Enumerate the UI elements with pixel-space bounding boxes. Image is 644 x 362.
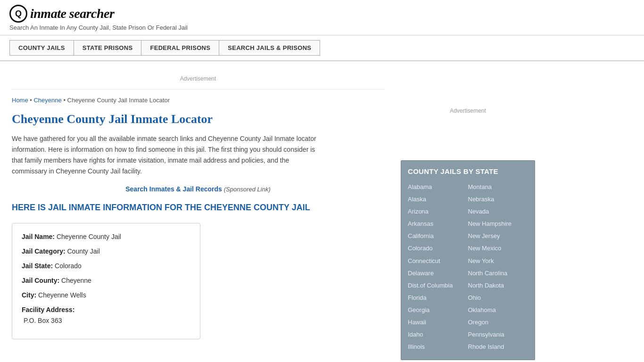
state-link-new-york[interactable]: New York xyxy=(468,255,528,267)
section-heading: HERE IS JAIL INMATE INFORMATION FOR THE … xyxy=(12,202,384,213)
state-col-left: AlabamaAlaskaArizonaArkansasCaliforniaCo… xyxy=(408,181,468,353)
jail-county-label: Jail County: xyxy=(22,277,59,284)
state-link-ohio[interactable]: Ohio xyxy=(468,292,528,304)
state-link-pennsylvania[interactable]: Pennsylvania xyxy=(468,329,528,341)
state-link-north-carolina[interactable]: North Carolina xyxy=(468,267,528,280)
state-col-right: MontanaNebraskaNevadaNew HampshireNew Je… xyxy=(468,181,528,353)
sidebar-ad: Advertisement xyxy=(401,68,535,153)
state-link-north-dakota[interactable]: North Dakota xyxy=(468,280,528,292)
state-link-florida[interactable]: Florida xyxy=(408,292,468,304)
state-link-california[interactable]: California xyxy=(408,230,468,242)
jail-county-row: Jail County: Cheyenne xyxy=(22,276,190,286)
logo-text: inmate searcher xyxy=(30,6,114,21)
state-link-hawaii[interactable]: Hawaii xyxy=(408,316,468,329)
state-link-georgia[interactable]: Georgia xyxy=(408,304,468,316)
jail-name-row: Jail Name: Cheyenne County Jail xyxy=(22,232,190,242)
jail-address-label: Facility Address: xyxy=(22,306,74,313)
jail-category-row: Jail Category: County Jail xyxy=(22,247,190,256)
site-header: Q inmate searcher Search An Inmate In An… xyxy=(0,0,644,35)
jail-category-value-text: County Jail xyxy=(67,247,99,255)
state-link-connecticut[interactable]: Connecticut xyxy=(408,255,468,267)
sponsored-link-area: Search Inmates & Jail Records (Sponsored… xyxy=(12,185,384,193)
state-link-alabama[interactable]: Alabama xyxy=(408,181,468,193)
breadcrumb-separator-2: • xyxy=(63,97,67,104)
state-link-montana[interactable]: Montana xyxy=(468,181,528,193)
jail-address-value: P.O. Box 363 xyxy=(22,316,190,326)
state-link-arizona[interactable]: Arizona xyxy=(408,206,468,218)
sponsored-link[interactable]: Search Inmates & Jail Records xyxy=(125,185,222,193)
state-link-dist.of-columbia[interactable]: Dist.of Columbia xyxy=(408,280,468,292)
state-link-new-jersey[interactable]: New Jersey xyxy=(468,230,528,242)
state-link-oklahoma[interactable]: Oklahoma xyxy=(468,304,528,316)
logo-icon: Q xyxy=(9,5,27,23)
sidebar: Advertisement COUNTY JAILS BY STATE Alab… xyxy=(396,61,542,362)
jail-city-row: City: Cheyenne Wells xyxy=(22,290,190,300)
state-link-nevada[interactable]: Nevada xyxy=(468,206,528,218)
main-content: Advertisement Home • Cheyenne • Cheyenne… xyxy=(0,61,644,362)
intro-text: We have gathered for you all the availab… xyxy=(12,133,318,177)
jail-name-value-text: Cheyenne County Jail xyxy=(57,233,121,240)
logo-area: Q inmate searcher xyxy=(9,5,635,23)
state-link-delaware[interactable]: Delaware xyxy=(408,267,468,280)
jail-state-value-text: Colorado xyxy=(55,262,82,270)
state-link-nebraska[interactable]: Nebraska xyxy=(468,193,528,206)
state-link-oregon[interactable]: Oregon xyxy=(468,316,528,329)
state-link-arkansas[interactable]: Arkansas xyxy=(408,218,468,230)
jail-category-label: Jail Category: xyxy=(22,247,66,255)
nav-federal-prisons[interactable]: FEDERAL PRISONS xyxy=(141,40,219,56)
content-area: Advertisement Home • Cheyenne • Cheyenne… xyxy=(0,61,396,362)
main-nav: COUNTY JAILS STATE PRISONS FEDERAL PRISO… xyxy=(0,35,644,61)
state-columns: AlabamaAlaskaArizonaArkansasCaliforniaCo… xyxy=(408,181,528,353)
jail-name-label: Jail Name: xyxy=(22,233,55,240)
sponsored-text: (Sponsored Link) xyxy=(224,186,271,193)
jail-state-row: Jail State: Colorado xyxy=(22,261,190,271)
state-link-new-mexico[interactable]: New Mexico xyxy=(468,242,528,255)
jail-state-label: Jail State: xyxy=(22,262,53,270)
state-link-rhode-island[interactable]: Rhode Island xyxy=(468,341,528,353)
state-box: COUNTY JAILS BY STATE AlabamaAlaskaArizo… xyxy=(401,160,535,360)
jail-city-value-text: Cheyenne Wells xyxy=(38,291,86,299)
jail-county-value-text: Cheyenne xyxy=(61,277,91,284)
jail-city-label: City: xyxy=(22,291,36,299)
breadcrumb-current: Cheyenne County Jail Inmate Locator xyxy=(67,97,170,104)
breadcrumb: Home • Cheyenne • Cheyenne County Jail I… xyxy=(12,97,384,104)
state-link-illinois[interactable]: Illinois xyxy=(408,341,468,353)
state-link-alaska[interactable]: Alaska xyxy=(408,193,468,206)
state-link-new-hampshire[interactable]: New Hampshire xyxy=(468,218,528,230)
breadcrumb-home[interactable]: Home xyxy=(12,97,28,104)
breadcrumb-cheyenne[interactable]: Cheyenne xyxy=(33,97,61,104)
nav-search-jails[interactable]: SEARCH JAILS & PRISONS xyxy=(219,40,320,56)
page-title: Cheyenne County Jail Inmate Locator xyxy=(12,112,384,126)
site-tagline: Search An Inmate In Any County Jail, Sta… xyxy=(9,24,635,31)
nav-county-jails[interactable]: COUNTY JAILS xyxy=(9,40,74,56)
nav-state-prisons[interactable]: STATE PRISONS xyxy=(74,40,141,56)
ad-banner: Advertisement xyxy=(12,68,384,90)
state-box-title: COUNTY JAILS BY STATE xyxy=(408,167,528,175)
jail-info-box: Jail Name: Cheyenne County Jail Jail Cat… xyxy=(12,223,200,339)
state-link-idaho[interactable]: Idaho xyxy=(408,329,468,341)
state-link-colorado[interactable]: Colorado xyxy=(408,242,468,255)
jail-address-row: Facility Address: P.O. Box 363 xyxy=(22,305,190,326)
